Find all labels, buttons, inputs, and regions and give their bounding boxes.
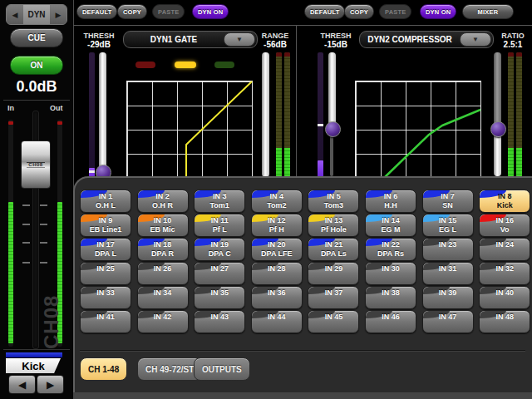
channel-button[interactable]: IN 25 <box>80 262 131 285</box>
channel-button[interactable]: IN 10EB Mic <box>137 214 189 237</box>
channel-button[interactable]: IN 47 <box>422 310 474 333</box>
gate-paste-button[interactable]: PASTE <box>152 4 185 19</box>
channel-button-id: IN 5 <box>308 192 358 201</box>
comp-type-dropdown[interactable]: DYN2 COMPRESSOR ▼ <box>359 31 494 48</box>
channel-button[interactable]: IN 18DPA R <box>137 238 189 261</box>
comp-ratio-slider-upper[interactable] <box>494 52 501 129</box>
channel-button[interactable]: IN 26 <box>137 262 189 285</box>
on-button[interactable]: ON <box>10 56 63 75</box>
channel-button[interactable]: IN 8Kick <box>479 190 530 213</box>
channel-button-id: IN 46 <box>366 313 416 322</box>
gate-default-button[interactable]: DEFAULT <box>76 4 117 19</box>
channel-button[interactable]: IN 43 <box>194 310 245 333</box>
view-next-button[interactable]: ▶ <box>50 5 66 24</box>
channel-button[interactable]: IN 2O.H R <box>137 190 189 213</box>
comp-paste-button[interactable]: PASTE <box>379 4 411 19</box>
channel-button-id: IN 20 <box>252 240 302 249</box>
channel-button[interactable]: IN 40 <box>479 286 530 309</box>
comp-copy-button[interactable]: COPY <box>344 4 374 19</box>
channel-button-name: SN <box>423 201 473 209</box>
channel-button[interactable]: IN 5Tom3 <box>308 190 359 213</box>
channel-button[interactable]: IN 9EB Line1 <box>80 214 131 237</box>
meter-fill <box>508 148 514 177</box>
channel-button[interactable]: IN 37 <box>308 286 359 309</box>
channel-button[interactable]: IN 44 <box>251 310 303 333</box>
channel-button-id: IN 3 <box>195 192 244 201</box>
meter-peak <box>516 52 522 57</box>
channel-button-id: IN 8 <box>480 192 530 201</box>
gate-curve <box>127 81 252 178</box>
channel-button[interactable]: IN 41 <box>80 310 131 333</box>
channel-button[interactable]: IN 3Tom1 <box>194 190 245 213</box>
view-prev-button[interactable]: ◀ <box>7 5 23 24</box>
channel-button[interactable]: IN 20DPA LFE <box>251 238 303 261</box>
mixer-button[interactable]: MIXER <box>462 4 514 19</box>
channel-button[interactable]: IN 15EG L <box>422 214 474 237</box>
channel-name-tag[interactable]: Kick <box>6 358 61 373</box>
channel-button[interactable]: IN 4Tom2 <box>251 190 303 213</box>
channel-button[interactable]: IN 7SN <box>422 190 474 213</box>
channel-button-id: IN 6 <box>366 192 416 201</box>
channel-button-id: IN 48 <box>480 313 530 322</box>
fader-tick <box>40 204 47 206</box>
channel-button[interactable]: IN 31 <box>422 262 474 285</box>
comp-thresh-tick <box>318 124 323 126</box>
cue-button[interactable]: CUE <box>10 28 63 47</box>
channel-button[interactable]: IN 17DPA L <box>80 238 131 261</box>
channel-button-id: IN 19 <box>195 240 244 249</box>
bank-tab[interactable]: CH 1-48 <box>80 357 127 381</box>
channel-button[interactable]: IN 13Pf Hole <box>308 214 359 237</box>
channel-button[interactable]: IN 46 <box>365 310 416 333</box>
channel-button[interactable]: IN 11Pf L <box>194 214 245 237</box>
channel-button-name: H.H <box>366 201 416 209</box>
channel-color-bar <box>6 352 62 357</box>
channel-button[interactable]: IN 22DPA Rs <box>365 238 416 261</box>
channel-button[interactable]: IN 38 <box>365 286 416 309</box>
gate-dyn-on-button[interactable]: DYN ON <box>192 4 229 19</box>
comp-thresh-slider[interactable] <box>328 52 336 129</box>
channel-button[interactable]: IN 21DPA Ls <box>308 238 359 261</box>
chevron-down-icon[interactable]: ▼ <box>460 32 491 47</box>
comp-default-button[interactable]: DEFAULT <box>304 4 345 19</box>
gate-thresh-value: -29dB <box>80 40 118 49</box>
channel-button[interactable]: IN 29 <box>308 262 359 285</box>
meter-peak <box>284 52 290 57</box>
channel-button[interactable]: IN 42 <box>137 310 189 333</box>
gate-thresh-slider[interactable] <box>99 52 106 177</box>
channel-button[interactable]: IN 16Vo <box>479 214 530 237</box>
channel-button[interactable]: IN 30 <box>365 262 416 285</box>
comp-thresh-knob[interactable] <box>325 121 341 137</box>
channel-button-name: Pf L <box>195 225 244 234</box>
channel-button-id: IN 16 <box>480 216 530 225</box>
next-channel-button[interactable]: ▶ <box>37 375 64 394</box>
prev-channel-button[interactable]: ◀ <box>8 375 36 394</box>
channel-button[interactable]: IN 35 <box>194 286 245 309</box>
gate-copy-button[interactable]: COPY <box>117 4 147 19</box>
channel-button[interactable]: IN 19DPA C <box>194 238 245 261</box>
channel-button[interactable]: IN 45 <box>308 310 359 333</box>
comp-dyn-on-button[interactable]: DYN ON <box>420 4 456 19</box>
channel-button-name: O.H R <box>138 201 188 209</box>
channel-button[interactable]: IN 32 <box>479 262 530 285</box>
channel-button[interactable]: IN 1O.H L <box>80 190 131 213</box>
channel-button[interactable]: IN 12Pf H <box>251 214 303 237</box>
channel-button[interactable]: IN 33 <box>80 286 131 309</box>
gate-range-slider[interactable] <box>262 52 269 177</box>
bank-tab[interactable]: OUTPUTS <box>194 357 250 381</box>
bank-tab[interactable]: CH 49-72/ST <box>137 357 202 381</box>
comp-ratio-knob[interactable] <box>490 121 506 137</box>
channel-button[interactable]: IN 48 <box>479 310 530 333</box>
channel-button[interactable]: IN 14EG M <box>365 214 416 237</box>
channel-button[interactable]: IN 34 <box>137 286 189 309</box>
channel-button[interactable]: IN 39 <box>422 286 474 309</box>
chevron-down-icon[interactable]: ▼ <box>224 32 255 47</box>
channel-button[interactable]: IN 6H.H <box>365 190 416 213</box>
channel-button[interactable]: IN 27 <box>194 262 245 285</box>
channel-button[interactable]: IN 28 <box>251 262 303 285</box>
gate-type-dropdown[interactable]: DYN1 GATE ▼ <box>123 31 258 48</box>
channel-button[interactable]: IN 23 <box>422 238 474 261</box>
fader-knob[interactable]: CH08 <box>21 140 51 189</box>
channel-button[interactable]: IN 36 <box>251 286 303 309</box>
channel-button-name: Kick <box>480 201 530 209</box>
channel-button[interactable]: IN 24 <box>479 238 530 261</box>
